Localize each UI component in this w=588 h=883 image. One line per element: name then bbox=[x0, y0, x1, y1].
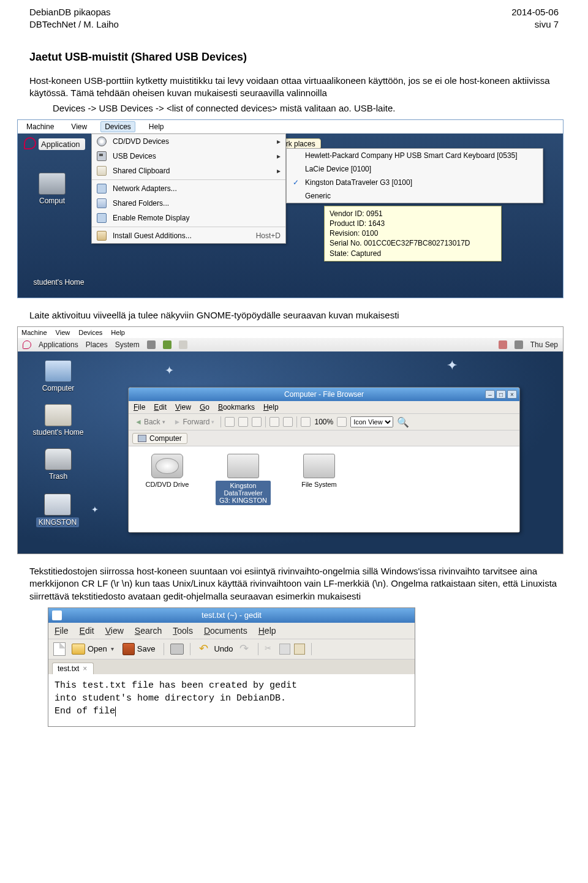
chevron-right-icon: ▸ bbox=[277, 167, 281, 175]
up-icon[interactable] bbox=[225, 417, 235, 427]
desktop-computer[interactable]: Computer bbox=[34, 360, 83, 393]
usb-item-lacie[interactable]: LaCie Device [0100] bbox=[287, 162, 543, 176]
location-chip[interactable]: Computer bbox=[132, 433, 187, 444]
computer-icon[interactable] bbox=[283, 417, 293, 427]
section1-para1: Host-koneen USB-porttiin kytketty muisti… bbox=[29, 75, 559, 100]
usb-item-kingston[interactable]: ✓Kingston DataTraveler G3 [0100] bbox=[287, 176, 543, 189]
close-button[interactable]: × bbox=[507, 390, 517, 399]
window-titlebar[interactable]: Computer - File Browser – □ × bbox=[129, 388, 519, 401]
menu-machine[interactable]: Machine bbox=[21, 329, 47, 336]
panel-clock[interactable]: Thu Sep bbox=[530, 340, 558, 349]
menu-devices[interactable]: Devices bbox=[78, 329, 102, 336]
item-kingston-drive[interactable]: Kingston DataTraveler G3: KINGSTON bbox=[216, 454, 271, 525]
check-icon: ✓ bbox=[292, 178, 300, 187]
panel-places[interactable]: Places bbox=[86, 340, 108, 349]
forward-button[interactable]: ►Forward▾ bbox=[172, 416, 217, 427]
cut-icon[interactable] bbox=[265, 644, 276, 655]
open-button[interactable]: Open▾ bbox=[69, 642, 116, 656]
fw-menu-file[interactable]: File bbox=[134, 403, 145, 411]
item-cddvd-drive[interactable]: CD/DVD Drive bbox=[140, 454, 195, 525]
gedit-tab[interactable]: test.txt× bbox=[52, 663, 94, 674]
save-button[interactable]: Save bbox=[120, 642, 158, 656]
menu-help[interactable]: Help bbox=[111, 329, 125, 336]
gedit-menu-search[interactable]: Search bbox=[135, 626, 162, 636]
hotkey-label: Host+D bbox=[256, 231, 281, 240]
fw-menu-help[interactable]: Help bbox=[263, 403, 279, 411]
gedit-menu-edit[interactable]: Edit bbox=[80, 626, 94, 636]
usb-item-hp[interactable]: Hewlett-Packard Company HP USB Smart Car… bbox=[287, 149, 543, 162]
app-icon[interactable] bbox=[163, 340, 172, 349]
copy-icon[interactable] bbox=[279, 644, 290, 655]
redo-icon[interactable] bbox=[239, 644, 252, 654]
back-button[interactable]: ◄Back▾ bbox=[132, 416, 168, 427]
document-header: DebianDB pikaopas DBTechNet / M. Laiho 2… bbox=[29, 6, 559, 30]
fw-menu-view[interactable]: View bbox=[175, 403, 191, 411]
menu-machine[interactable]: Machine bbox=[23, 122, 58, 132]
close-tab-icon[interactable]: × bbox=[83, 664, 87, 673]
file-browser-body: CD/DVD Drive Kingston DataTraveler G3: K… bbox=[129, 446, 519, 532]
fw-menu-bookmarks[interactable]: Bookmarks bbox=[218, 403, 255, 411]
browser-icon[interactable] bbox=[147, 340, 156, 349]
save-icon bbox=[123, 643, 135, 655]
volume-icon[interactable] bbox=[514, 340, 523, 349]
menu-item-network[interactable]: Network Adapters... bbox=[92, 181, 285, 196]
zoom-level: 100% bbox=[314, 418, 333, 426]
desktop-kingston[interactable]: KINGSTON bbox=[30, 494, 85, 527]
home-icon[interactable] bbox=[270, 417, 279, 427]
gedit-editor[interactable]: This test.txt file has been created by g… bbox=[48, 674, 415, 726]
desktop-home-icon[interactable]: student's Home bbox=[25, 278, 92, 287]
desktop-computer-icon[interactable]: Comput bbox=[36, 173, 68, 205]
minimize-button[interactable]: – bbox=[485, 390, 495, 399]
menu-item-usb[interactable]: USB Devices▸ bbox=[92, 149, 285, 163]
clipboard-icon bbox=[97, 166, 107, 176]
menu-item-remotedisplay[interactable]: Enable Remote Display bbox=[92, 211, 285, 225]
vbox-menubar2: Machine View Devices Help bbox=[18, 327, 563, 338]
new-file-icon[interactable] bbox=[53, 642, 66, 656]
debian-logo-icon bbox=[23, 340, 31, 349]
desktop-trash[interactable]: Trash bbox=[34, 448, 83, 481]
menu-devices[interactable]: Devices bbox=[100, 121, 135, 132]
zoom-in-icon[interactable] bbox=[337, 417, 347, 427]
paste-icon[interactable] bbox=[294, 644, 305, 655]
gnome-applications-label[interactable]: Application bbox=[39, 138, 85, 150]
search-icon[interactable]: 🔍 bbox=[397, 416, 409, 428]
gedit-titlebar[interactable]: ✎ test.txt (~) - gedit bbox=[48, 608, 415, 623]
menu-view[interactable]: View bbox=[67, 122, 91, 132]
reload-icon[interactable] bbox=[252, 417, 262, 427]
zoom-out-icon[interactable] bbox=[301, 417, 311, 427]
gedit-menu-documents[interactable]: Documents bbox=[204, 626, 247, 636]
gedit-title: test.txt (~) - gedit bbox=[202, 611, 262, 620]
gedit-menu-view[interactable]: View bbox=[105, 626, 124, 636]
terminal-icon[interactable] bbox=[179, 340, 187, 349]
stop-icon[interactable] bbox=[238, 417, 248, 427]
gedit-menu-tools[interactable]: Tools bbox=[173, 626, 193, 636]
doc-page: sivu 7 bbox=[511, 18, 559, 31]
file-browser-toolbar: ◄Back▾ ►Forward▾ 100% Icon View 🔍 bbox=[129, 413, 519, 430]
view-mode-select[interactable]: Icon View bbox=[350, 416, 393, 427]
menu-item-cddvd[interactable]: CD/DVD Devices▸ bbox=[92, 134, 285, 149]
print-icon[interactable] bbox=[170, 644, 184, 655]
gedit-menu-file[interactable]: File bbox=[55, 626, 69, 636]
panel-system[interactable]: System bbox=[115, 340, 140, 349]
vbox-menubar: Machine View Devices Help bbox=[18, 120, 563, 133]
menu-help[interactable]: Help bbox=[145, 122, 168, 132]
maximize-button[interactable]: □ bbox=[496, 390, 506, 399]
menu-item-guestadditions[interactable]: Install Guest Additions...Host+D bbox=[92, 228, 285, 243]
item-filesystem[interactable]: File System bbox=[292, 454, 347, 525]
chevron-down-icon: ▾ bbox=[111, 645, 114, 652]
panel-applications[interactable]: Applications bbox=[39, 340, 78, 349]
gedit-menu-help[interactable]: Help bbox=[258, 626, 276, 636]
section3-para: Tekstitiedostojen siirrossa host-koneen … bbox=[29, 565, 559, 603]
fw-menu-go[interactable]: Go bbox=[200, 403, 209, 411]
location-bar: Computer bbox=[129, 430, 519, 446]
fw-menu-edit[interactable]: Edit bbox=[154, 403, 167, 411]
usb-item-generic[interactable]: Generic bbox=[287, 189, 543, 203]
menu-item-sharedfolders[interactable]: Shared Folders... bbox=[92, 196, 285, 211]
notification-icon[interactable] bbox=[499, 340, 507, 349]
menu-item-clipboard[interactable]: Shared Clipboard▸ bbox=[92, 163, 285, 178]
arrow-left-icon: ◄ bbox=[135, 418, 142, 426]
menu-view[interactable]: View bbox=[56, 329, 70, 336]
gedit-menubar: File Edit View Search Tools Documents He… bbox=[48, 623, 415, 639]
undo-button[interactable]: Undo bbox=[197, 643, 235, 655]
desktop-home[interactable]: student's Home bbox=[30, 404, 86, 437]
